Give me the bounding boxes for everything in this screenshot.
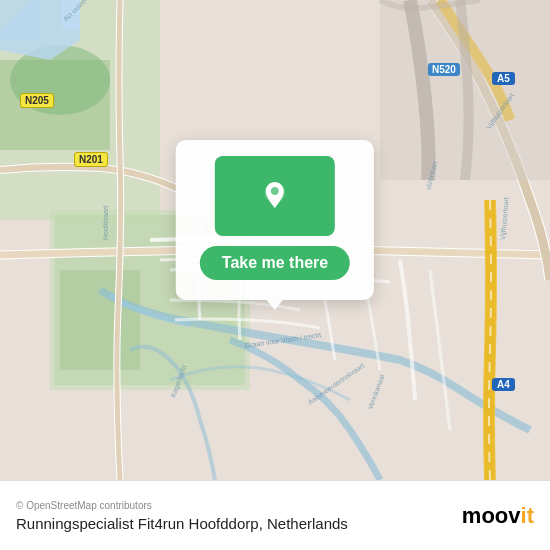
location-info: © OpenStreetMap contributors Runningspec… (16, 500, 348, 532)
pin-icon-container (215, 156, 335, 236)
map-area[interactable]: Hoofddorp Graan voor Visch / trecht Kage… (0, 0, 550, 480)
moovit-logo: moovit (462, 503, 534, 529)
svg-text:Hoofdvaart: Hoofdvaart (102, 206, 109, 240)
moovit-it: it (521, 503, 534, 529)
svg-rect-8 (0, 0, 40, 40)
road-badge-N201: N201 (74, 152, 108, 167)
svg-rect-6 (60, 270, 140, 370)
road-badge-N205: N205 (20, 93, 54, 108)
road-badge-A4: A4 (492, 378, 515, 391)
location-pin-icon (257, 178, 293, 214)
location-label: Runningspecialist Fit4run Hoofddorp, Net… (16, 515, 348, 532)
popup-card: Take me there (176, 140, 374, 300)
road-badge-N520: N520 (428, 63, 460, 76)
road-badge-A5: A5 (492, 72, 515, 85)
copyright-text: © OpenStreetMap contributors (16, 500, 348, 511)
moovit-moo: moov (462, 503, 521, 529)
bottom-bar: © OpenStreetMap contributors Runningspec… (0, 480, 550, 550)
take-me-there-button[interactable]: Take me there (200, 246, 350, 280)
